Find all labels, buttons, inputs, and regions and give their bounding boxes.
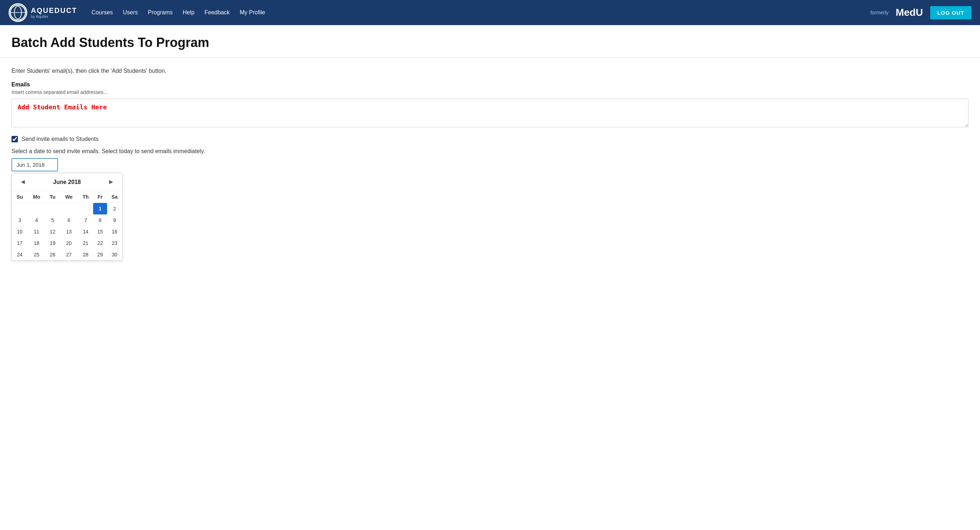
page-header: Batch Add Students To Program xyxy=(0,25,980,58)
calendar-day[interactable]: 11 xyxy=(27,226,46,237)
calendar-day xyxy=(46,203,60,215)
calendar-day[interactable]: 13 xyxy=(60,226,78,237)
calendar-day[interactable]: 18 xyxy=(27,237,46,249)
calendar-day[interactable]: 17 xyxy=(12,237,27,249)
form-area: Enter Students' email(s), then click the… xyxy=(0,58,980,271)
calendar-week-row: 12 xyxy=(12,203,122,215)
calendar-day[interactable]: 6 xyxy=(60,214,78,226)
emails-label: Emails xyxy=(11,81,969,88)
calendar-day[interactable]: 15 xyxy=(93,226,107,237)
calendar-body: 1234567891011121314151617181920212223242… xyxy=(12,203,122,261)
calendar-days-row: SuMoTuWeThFrSa xyxy=(12,191,122,203)
calendar-next-button[interactable]: ► xyxy=(106,177,116,187)
nav-help[interactable]: Help xyxy=(183,9,194,16)
calendar-day-header: Sa xyxy=(107,191,122,203)
nav-feedback[interactable]: Feedback xyxy=(205,9,230,16)
logo-area: AQUEDUCT by Aquifer xyxy=(9,3,77,22)
date-input[interactable] xyxy=(11,158,58,171)
calendar-day[interactable]: 16 xyxy=(107,226,122,237)
calendar-day-header: We xyxy=(60,191,78,203)
calendar-day[interactable]: 10 xyxy=(12,226,27,237)
calendar-header: ◄ June 2018 ► xyxy=(12,173,122,191)
calendar-day[interactable]: 1 xyxy=(93,203,107,215)
header-right: formerly MedU LOG OUT xyxy=(870,6,971,19)
emails-field-group: Emails Insert comma separated email addr… xyxy=(11,81,969,129)
invite-checkbox-row: Send invite emails to Students xyxy=(11,136,969,142)
calendar-day[interactable]: 20 xyxy=(60,237,78,249)
calendar-week-row: 24252627282930 xyxy=(12,249,122,260)
calendar-day-header: Tu xyxy=(46,191,60,203)
calendar-day[interactable]: 27 xyxy=(60,249,78,260)
nav-courses[interactable]: Courses xyxy=(91,9,113,16)
calendar-day xyxy=(60,203,78,215)
calendar-week-row: 17181920212223 xyxy=(12,237,122,249)
calendar-day-header: Mo xyxy=(27,191,46,203)
calendar-day[interactable]: 7 xyxy=(78,214,93,226)
emails-textarea[interactable] xyxy=(11,99,969,127)
calendar-day[interactable]: 26 xyxy=(46,249,60,260)
invite-checkbox-label: Send invite emails to Students xyxy=(21,136,99,142)
logo-title: AQUEDUCT xyxy=(31,6,77,14)
nav-users[interactable]: Users xyxy=(123,9,138,16)
calendar-month-year: June 2018 xyxy=(53,179,81,185)
calendar-day xyxy=(27,203,46,215)
calendar-day[interactable]: 19 xyxy=(46,237,60,249)
calendar-day[interactable]: 14 xyxy=(78,226,93,237)
date-select-text: Select a date to send invite emails. Sel… xyxy=(11,148,969,155)
calendar-day[interactable]: 24 xyxy=(12,249,27,260)
calendar-day-header: Fr xyxy=(93,191,107,203)
calendar-day xyxy=(78,203,93,215)
medu-label: MedU xyxy=(896,7,923,18)
calendar-grid: SuMoTuWeThFrSa 1234567891011121314151617… xyxy=(12,191,122,260)
logo-text: AQUEDUCT by Aquifer xyxy=(31,6,77,19)
calendar-day[interactable]: 28 xyxy=(78,249,93,260)
logo-icon xyxy=(9,3,27,22)
logo-subtitle: by Aquifer xyxy=(31,14,77,19)
logout-button[interactable]: LOG OUT xyxy=(930,6,971,19)
calendar-day[interactable]: 25 xyxy=(27,249,46,260)
calendar-day[interactable]: 30 xyxy=(107,249,122,260)
calendar-day[interactable]: 29 xyxy=(93,249,107,260)
calendar-day[interactable]: 12 xyxy=(46,226,60,237)
main-nav: Courses Users Programs Help Feedback My … xyxy=(91,9,870,16)
calendar-day[interactable]: 8 xyxy=(93,214,107,226)
calendar-day-header: Su xyxy=(12,191,27,203)
calendar-day[interactable]: 5 xyxy=(46,214,60,226)
main-content: Batch Add Students To Program Enter Stud… xyxy=(0,25,980,530)
invite-checkbox[interactable] xyxy=(11,136,18,142)
calendar-day[interactable]: 23 xyxy=(107,237,122,249)
calendar-day[interactable]: 2 xyxy=(107,203,122,215)
emails-helper: Insert comma separated email addresses..… xyxy=(11,89,969,95)
calendar-day[interactable]: 3 xyxy=(12,214,27,226)
main-header: AQUEDUCT by Aquifer Courses Users Progra… xyxy=(0,0,980,25)
calendar-week-row: 10111213141516 xyxy=(12,226,122,237)
instruction-text: Enter Students' email(s), then click the… xyxy=(11,68,969,74)
formerly-label: formerly xyxy=(870,10,889,15)
calendar-day[interactable]: 9 xyxy=(107,214,122,226)
calendar-day-header: Th xyxy=(78,191,93,203)
page-title: Batch Add Students To Program xyxy=(11,35,969,50)
calendar-week-row: 3456789 xyxy=(12,214,122,226)
calendar-prev-button[interactable]: ◄ xyxy=(18,177,28,187)
calendar: ◄ June 2018 ► SuMoTuWeThFrSa 12345678910… xyxy=(11,173,123,261)
calendar-day[interactable]: 4 xyxy=(27,214,46,226)
nav-programs[interactable]: Programs xyxy=(148,9,173,16)
calendar-day[interactable]: 21 xyxy=(78,237,93,249)
nav-my-profile[interactable]: My Profile xyxy=(240,9,265,16)
calendar-day xyxy=(12,203,27,215)
calendar-day[interactable]: 22 xyxy=(93,237,107,249)
